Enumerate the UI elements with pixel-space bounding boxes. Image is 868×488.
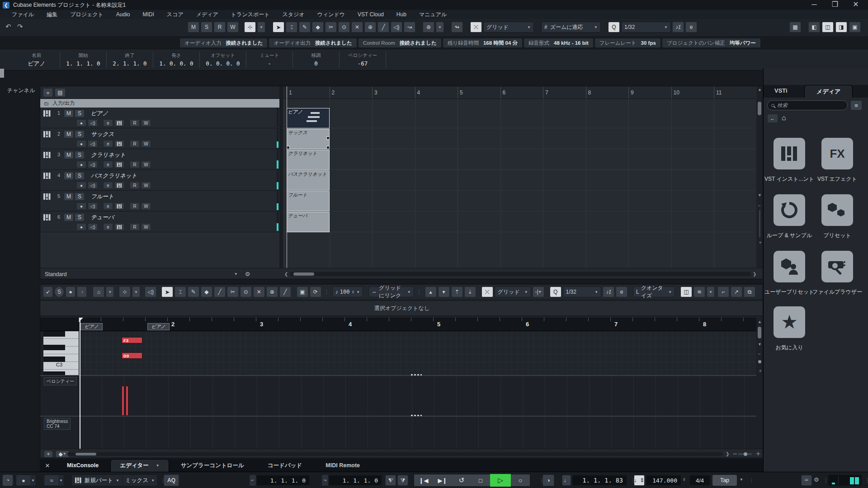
- write-automation-button[interactable]: W: [141, 223, 151, 230]
- arrange-ruler[interactable]: 1234567891011: [283, 86, 755, 99]
- arrange-hscroll-right-arrow[interactable]: ❯: [753, 272, 756, 277]
- lane-resize-handle[interactable]: [411, 374, 422, 375]
- trim-tool-editor-icon[interactable]: ╱: [279, 286, 291, 297]
- editor-solo-follow-icon[interactable]: ⌐: [717, 286, 729, 297]
- snap-toggle-icon[interactable]: ⤬: [470, 22, 482, 33]
- track-name[interactable]: クラリネット: [91, 151, 126, 159]
- zoom-preset-dropdown[interactable]: #ズームに適応▼: [541, 22, 601, 33]
- tempo-track-icon[interactable]: ♩⇕: [634, 475, 645, 486]
- write-automation-button[interactable]: W: [141, 202, 151, 210]
- add-track-button[interactable]: ＋: [43, 88, 53, 97]
- mute-tool-icon[interactable]: ✕: [351, 22, 363, 33]
- track-row[interactable]: 4 MS バスクラリネット ● ◁) e R W: [40, 170, 279, 191]
- part-edit-mode-icon[interactable]: ◫: [680, 286, 692, 297]
- edit-instrument-icon[interactable]: [114, 202, 124, 210]
- quantize-q-icon[interactable]: Q: [608, 22, 620, 33]
- tab-media[interactable]: メディア: [804, 85, 853, 98]
- right-locator-flag-icon[interactable]: ¬: [322, 475, 328, 486]
- show-note-exp-icon[interactable]: ⌂: [93, 286, 104, 297]
- editor-vzoom-in-icon[interactable]: ＋: [758, 367, 763, 374]
- record-enable-icon[interactable]: ●: [76, 161, 86, 168]
- left-zone-toggle-icon[interactable]: ◧: [808, 22, 820, 33]
- setup-window-layout-icon[interactable]: ▣: [849, 22, 861, 33]
- lower-zone-toggle-icon[interactable]: ◫: [822, 22, 834, 33]
- solo-button[interactable]: S: [75, 192, 85, 201]
- menu-item[interactable]: ファイル: [5, 10, 40, 19]
- octave-down-icon[interactable]: ⇣: [464, 286, 476, 297]
- step-down-icon[interactable]: ▾: [438, 286, 450, 297]
- color-tool-icon[interactable]: ↝: [404, 22, 415, 33]
- status-item[interactable]: 残り録音時間168 時間 04 分: [443, 38, 522, 47]
- range-select-tool-icon[interactable]: ⌶: [286, 22, 297, 33]
- note-grid[interactable]: F3 D3: [79, 331, 755, 375]
- zoom-slider[interactable]: [759, 210, 760, 237]
- grid-type-editor-dropdown[interactable]: グリッド▼: [495, 286, 531, 297]
- midi-part[interactable]: バスクラリネット: [287, 170, 330, 191]
- time-format-icon[interactable]: ♩: [562, 475, 571, 486]
- record-enable-icon[interactable]: ●: [76, 140, 86, 147]
- audition-icon[interactable]: ◁): [145, 286, 156, 297]
- iterative-quantize-icon[interactable]: ♪⁒: [672, 22, 684, 33]
- midi-cycle-mode[interactable]: ミックス: [125, 477, 148, 484]
- solo-button[interactable]: S: [75, 130, 85, 138]
- mute-button[interactable]: M: [64, 151, 74, 159]
- mute-button[interactable]: M: [64, 109, 74, 117]
- redo-icon[interactable]: ↷: [17, 23, 23, 31]
- menu-item[interactable]: VST Cloud: [351, 10, 390, 19]
- stop-button[interactable]: □: [471, 474, 490, 487]
- editor-hscrollbar[interactable]: [67, 452, 723, 456]
- note-exp-dropdown[interactable]: ▼: [106, 286, 114, 297]
- part-list-dropdown[interactable]: ▼: [707, 286, 715, 297]
- mute-all-button[interactable]: M: [188, 22, 199, 33]
- info-field[interactable]: 開始 1. 1. 1. 0: [60, 52, 107, 68]
- arrange-hscrollbar[interactable]: [290, 272, 751, 276]
- io-track-row[interactable]: 🗀 入力/出力: [40, 99, 279, 108]
- track-row[interactable]: 6 MS テューバ ● ◁) e R W: [40, 211, 279, 232]
- monitor-icon[interactable]: ◁): [88, 182, 98, 189]
- record-enable-icon[interactable]: ●: [76, 119, 86, 127]
- automation-follow-icon[interactable]: ↬: [451, 22, 463, 33]
- acoustic-feedback-icon[interactable]: ◑: [77, 286, 87, 297]
- menu-item[interactable]: ウィンドウ: [311, 10, 351, 19]
- menu-item[interactable]: プロジェクト: [64, 10, 110, 19]
- tile-vst-instruments[interactable]: [774, 138, 805, 169]
- track-name[interactable]: サックス: [91, 131, 114, 138]
- part-end-tag[interactable]: ピアノ: [147, 323, 170, 330]
- read-automation-button[interactable]: R: [130, 161, 140, 168]
- auto-scroll-icon[interactable]: ⟳: [310, 286, 321, 297]
- quantize-panel-editor-icon[interactable]: e: [616, 286, 627, 297]
- tab-editor-dropdown[interactable]: ▼: [156, 464, 160, 468]
- undo-icon[interactable]: ↶: [5, 23, 11, 31]
- menu-item[interactable]: MIDI: [137, 10, 160, 19]
- black-key[interactable]: [43, 371, 65, 375]
- metronome-setup-gear-icon[interactable]: ⚙: [814, 476, 819, 483]
- monitor-icon[interactable]: ◁): [88, 161, 98, 168]
- midi-note[interactable]: D3: [122, 352, 142, 359]
- info-field[interactable]: 長さ 1. 0. 0. 0: [153, 52, 200, 68]
- line-tool-icon[interactable]: ╱: [377, 22, 389, 33]
- select-tool-icon[interactable]: ➤: [161, 286, 173, 297]
- edit-channel-button[interactable]: e: [103, 161, 113, 168]
- arrange-hscroll-left-arrow[interactable]: ❮: [284, 272, 288, 277]
- tracklist-divider[interactable]: [279, 86, 283, 279]
- info-field[interactable]: 移調 0: [293, 52, 340, 68]
- midi-part[interactable]: ピアノ: [287, 108, 330, 128]
- right-locator-value[interactable]: 1. 1. 1. 0: [329, 475, 382, 485]
- status-item[interactable]: フレームレート30 fps: [595, 38, 660, 47]
- zoom-tool-editor-icon[interactable]: ⊕: [266, 286, 278, 297]
- read-automation-button[interactable]: R: [130, 182, 140, 189]
- right-zone-toggle-icon[interactable]: ◨: [835, 22, 847, 33]
- clip-handle[interactable]: [287, 146, 290, 149]
- iterative-quantize-editor-icon[interactable]: ♪⁒: [603, 286, 614, 297]
- read-automation-button[interactable]: R: [130, 223, 140, 230]
- step-up-icon[interactable]: ▴: [425, 286, 437, 297]
- media-list-view-icon[interactable]: ≡: [850, 100, 862, 110]
- punch-out-icon[interactable]: ⧩: [397, 475, 408, 486]
- monitor-icon[interactable]: ◁): [88, 119, 98, 127]
- octave-up-icon[interactable]: ⇡: [451, 286, 463, 297]
- status-item[interactable]: Control Room接続されました: [359, 38, 441, 47]
- auto-select-tool-icon[interactable]: ⊹: [244, 22, 256, 33]
- tile-loops-samples[interactable]: [774, 194, 805, 226]
- track-row[interactable]: 5 MS フルート ● ◁) e R W: [40, 191, 279, 211]
- record-enable-icon[interactable]: ●: [76, 223, 86, 230]
